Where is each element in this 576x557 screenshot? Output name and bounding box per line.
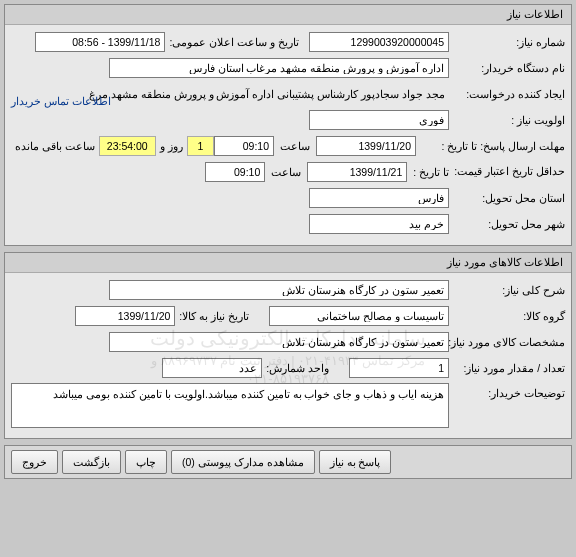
time-remain: 23:54:00	[99, 136, 156, 156]
days-label: روز و	[160, 140, 183, 152]
requester-text: مجد جواد سجادپور کارشناس پشتیبانی اداره …	[89, 88, 449, 100]
need-info-panel: اطلاعات نیاز شماره نیاز: تاریخ و ساعت اع…	[4, 4, 572, 246]
panel2-header: اطلاعات کالاهای مورد نیاز	[5, 253, 571, 273]
priority-label: اولویت نیاز :	[453, 114, 565, 126]
announce-label: تاریخ و ساعت اعلان عمومی:	[169, 36, 299, 48]
validity-time-input[interactable]	[205, 162, 265, 182]
city-label: شهر محل تحویل:	[453, 218, 565, 230]
remain-label: ساعت باقی مانده	[15, 140, 95, 152]
exit-button[interactable]: خروج	[11, 450, 58, 474]
group-input[interactable]	[269, 306, 449, 326]
spec-input[interactable]	[109, 332, 449, 352]
buyer-input[interactable]	[109, 58, 449, 78]
need-date-label: تاریخ نیاز به کالا:	[179, 310, 249, 322]
unit-input[interactable]	[162, 358, 262, 378]
desc-textarea[interactable]	[11, 383, 449, 428]
need-no-label: شماره نیاز:	[453, 36, 565, 48]
validity-sub: تا تاریخ :	[413, 166, 449, 178]
panel1-body: شماره نیاز: تاریخ و ساعت اعلان عمومی: نا…	[5, 25, 571, 245]
province-input[interactable]	[309, 188, 449, 208]
priority-input[interactable]	[309, 110, 449, 130]
city-input[interactable]	[309, 214, 449, 234]
deadline-time-input[interactable]	[214, 136, 274, 156]
respond-button[interactable]: پاسخ به نیاز	[319, 450, 392, 474]
group-label: گروه کالا:	[453, 310, 565, 322]
province-label: استان محل تحویل:	[453, 192, 565, 204]
validity-date-input[interactable]	[307, 162, 407, 182]
need-date-input[interactable]	[75, 306, 175, 326]
goods-info-panel: اطلاعات کالاهای مورد نیاز سامانه تدارکات…	[4, 252, 572, 439]
deadline-date-input[interactable]	[316, 136, 416, 156]
panel1-header: اطلاعات نیاز	[5, 5, 571, 25]
summary-input[interactable]	[109, 280, 449, 300]
announce-input[interactable]	[35, 32, 165, 52]
summary-label: شرح کلی نیاز:	[453, 284, 565, 296]
requester-label: ایجاد کننده درخواست:	[453, 88, 565, 100]
buyer-label: نام دستگاه خریدار:	[453, 62, 565, 74]
qty-label: تعداد / مقدار مورد نیاز:	[453, 362, 565, 374]
back-button[interactable]: بازگشت	[62, 450, 121, 474]
desc-label: توضیحات خریدار:	[453, 383, 565, 399]
button-bar: پاسخ به نیاز مشاهده مدارک پیوستی (0) چاپ…	[4, 445, 572, 479]
qty-input[interactable]	[349, 358, 449, 378]
spec-label: مشخصات کالای مورد نیاز:	[453, 336, 565, 348]
contact-link[interactable]: اطلاعات تماس خریدار	[11, 95, 111, 107]
panel2-body: سامانه تدارکات الکترونیکی دولت مرکز تماس…	[5, 273, 571, 438]
print-button[interactable]: چاپ	[125, 450, 167, 474]
attachments-button[interactable]: مشاهده مدارک پیوستی (0)	[171, 450, 315, 474]
deadline-label: مهلت ارسال پاسخ: تا تاریخ :	[420, 140, 565, 152]
validity-time-label: ساعت	[271, 166, 301, 178]
validity-label: حداقل تاریخ اعتبار قیمت:	[453, 165, 565, 179]
days-remain: 1	[187, 136, 214, 156]
unit-label: واحد شمارش:	[266, 362, 329, 374]
need-no-input[interactable]	[309, 32, 449, 52]
deadline-time-label: ساعت	[280, 140, 310, 152]
